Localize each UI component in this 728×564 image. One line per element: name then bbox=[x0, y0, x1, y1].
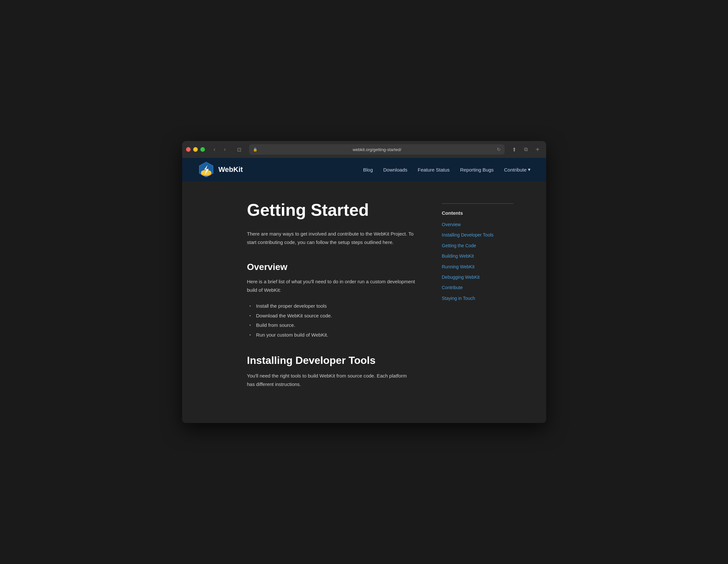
bullet-item-3: Build from source. bbox=[250, 321, 416, 330]
chevron-down-icon: ▾ bbox=[528, 167, 531, 172]
maximize-button[interactable] bbox=[200, 147, 205, 152]
overview-text: Here is a brief list of what you'll need… bbox=[247, 277, 416, 294]
toc-contribute[interactable]: Contribute bbox=[442, 284, 513, 291]
bullet-item-4: Run your custom build of WebKit. bbox=[250, 331, 416, 339]
toc-sidebar: Contents Overview Installing Developer T… bbox=[442, 201, 513, 404]
share-button[interactable]: ⬆ bbox=[510, 145, 519, 154]
forward-button[interactable]: › bbox=[220, 145, 230, 154]
nav-links: Blog Downloads Feature Status Reporting … bbox=[363, 167, 530, 172]
nav-contribute[interactable]: Contribute ▾ bbox=[504, 167, 530, 172]
logo-area: WebKit bbox=[198, 161, 243, 178]
overview-heading: Overview bbox=[247, 262, 416, 272]
nav-reporting-bugs[interactable]: Reporting Bugs bbox=[460, 167, 494, 172]
traffic-lights bbox=[186, 147, 205, 152]
toc-staying-in-touch[interactable]: Staying in Touch bbox=[442, 295, 513, 302]
site-content: Getting Started There are many ways to g… bbox=[182, 181, 546, 423]
titlebar: ‹ › ⊡ 🔒 webkit.org/getting-started/ ↻ ⬆ … bbox=[182, 141, 546, 158]
url-text: webkit.org/getting-started/ bbox=[260, 147, 494, 152]
installing-heading: Installing Developer Tools bbox=[247, 355, 416, 367]
installing-text: You'll need the right tools to build Web… bbox=[247, 372, 416, 388]
toc-running[interactable]: Running WebKit bbox=[442, 263, 513, 270]
bullet-item-2: Download the WebKit source code. bbox=[250, 312, 416, 320]
site-nav: WebKit Blog Downloads Feature Status Rep… bbox=[182, 158, 546, 181]
site-logo-text: WebKit bbox=[219, 165, 243, 174]
tabs-button[interactable]: ⧉ bbox=[521, 145, 531, 154]
nav-blog[interactable]: Blog bbox=[363, 167, 373, 172]
intro-text: There are many ways to get involved and … bbox=[247, 230, 416, 246]
toc-installing[interactable]: Installing Developer Tools bbox=[442, 231, 513, 238]
nav-contribute-label: Contribute bbox=[504, 167, 526, 172]
bullet-item-1: Install the proper developer tools bbox=[250, 302, 416, 310]
webkit-logo-icon bbox=[198, 161, 215, 178]
nav-buttons: ‹ › bbox=[210, 145, 230, 154]
toc-overview[interactable]: Overview bbox=[442, 221, 513, 228]
toc-building[interactable]: Building WebKit bbox=[442, 252, 513, 259]
minimize-button[interactable] bbox=[193, 147, 198, 152]
sidebar-toggle-button[interactable]: ⊡ bbox=[235, 145, 244, 154]
lock-icon: 🔒 bbox=[253, 147, 257, 152]
toc-getting-code[interactable]: Getting the Code bbox=[442, 242, 513, 249]
toc-debugging[interactable]: Debugging WebKit bbox=[442, 273, 513, 281]
toc-heading: Contents bbox=[442, 210, 513, 216]
toolbar-right: ⬆ ⧉ bbox=[510, 145, 531, 154]
website: WebKit Blog Downloads Feature Status Rep… bbox=[182, 158, 546, 423]
nav-downloads[interactable]: Downloads bbox=[383, 167, 407, 172]
reload-button[interactable]: ↻ bbox=[497, 147, 501, 152]
bullet-list: Install the proper developer tools Downl… bbox=[247, 302, 416, 339]
toc-divider bbox=[442, 203, 513, 204]
add-tab-button[interactable]: + bbox=[533, 145, 542, 154]
address-bar[interactable]: 🔒 webkit.org/getting-started/ ↻ bbox=[249, 144, 505, 155]
back-button[interactable]: ‹ bbox=[210, 145, 219, 154]
nav-feature-status[interactable]: Feature Status bbox=[418, 167, 449, 172]
close-button[interactable] bbox=[186, 147, 191, 152]
main-content: Getting Started There are many ways to g… bbox=[247, 201, 416, 404]
browser-window: ‹ › ⊡ 🔒 webkit.org/getting-started/ ↻ ⬆ … bbox=[182, 141, 546, 423]
page-title: Getting Started bbox=[247, 201, 416, 219]
